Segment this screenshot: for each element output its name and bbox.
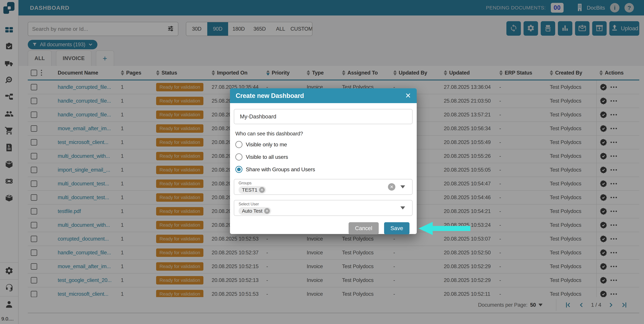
close-icon[interactable]: ✕ <box>405 92 411 99</box>
radio-option-label: Visible to all users <box>246 154 288 160</box>
dropdown-caret-icon[interactable] <box>400 186 405 188</box>
visibility-question: Who can see this dashboard? <box>235 131 303 137</box>
select-user-label: Select User <box>238 202 259 206</box>
radio-selected-icon[interactable] <box>235 166 242 173</box>
group-chip: TEST1 ✕ <box>238 186 266 194</box>
cancel-button[interactable]: Cancel <box>348 222 379 234</box>
groups-label: Groups <box>238 181 252 186</box>
radio-icon[interactable] <box>235 154 242 160</box>
groups-field[interactable]: Groups TEST1 ✕ ✕ <box>234 179 412 195</box>
radio-option-label: Share with Groups and Users <box>246 166 315 172</box>
clear-field-icon[interactable]: ✕ <box>388 183 395 190</box>
chip-remove-icon[interactable]: ✕ <box>264 208 270 214</box>
radio-icon[interactable] <box>235 141 242 148</box>
visibility-option-1[interactable]: Visible only to me <box>235 141 287 148</box>
visibility-option-3[interactable]: Share with Groups and Users <box>235 166 315 173</box>
radio-option-label: Visible only to me <box>246 142 287 148</box>
user-chip: Auto Test ✕ <box>238 207 271 215</box>
user-chip-label: Auto Test <box>242 208 262 214</box>
dropdown-caret-icon[interactable] <box>400 206 405 210</box>
select-user-field[interactable]: Select User Auto Test ✕ <box>234 200 412 216</box>
group-chip-label: TEST1 <box>242 187 258 193</box>
chip-remove-icon[interactable]: ✕ <box>259 187 265 193</box>
modal-title: Create new Dashboard <box>236 92 304 100</box>
save-button[interactable]: Save <box>384 222 410 234</box>
dashboard-name-input[interactable] <box>234 109 412 124</box>
modal-header: Create new Dashboard ✕ <box>230 88 417 103</box>
create-dashboard-modal: Create new Dashboard ✕ Who can see this … <box>230 88 417 234</box>
visibility-option-2[interactable]: Visible to all users <box>235 154 288 160</box>
